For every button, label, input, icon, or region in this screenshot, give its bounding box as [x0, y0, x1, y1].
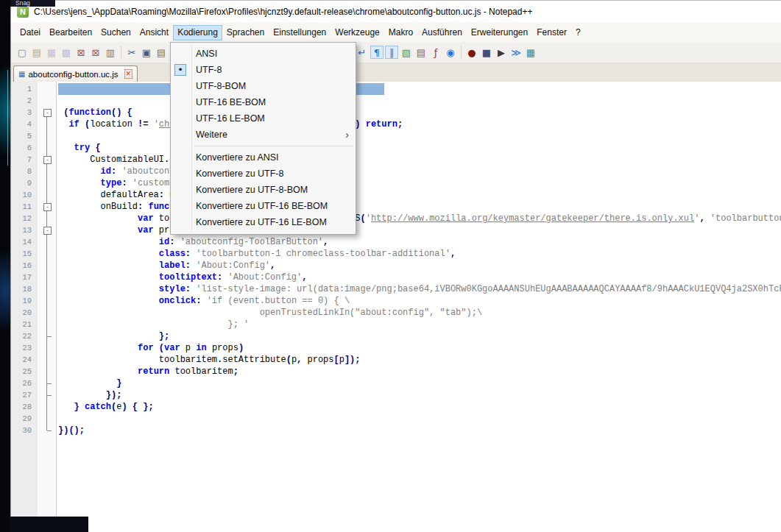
encoding-menu-item-konvertiere-zu-utf-16-be-bom[interactable]: Konvertiere zu UTF-16 BE-BOM [171, 198, 356, 214]
fold-toggle-icon[interactable]: - [43, 203, 52, 211]
encoding-menu-item-weitere[interactable]: Weitere› [171, 127, 356, 143]
fold-toggle-icon[interactable]: - [43, 156, 52, 164]
line-number[interactable]: 30 [11, 425, 38, 436]
line-number[interactable]: 20 [11, 307, 38, 319]
macro-run-multiple-button[interactable]: ≫ [509, 46, 523, 59]
fold-toggle-icon[interactable]: - [43, 109, 52, 117]
code-line-23[interactable]: 23 for (var p in props) [11, 342, 781, 354]
macro-play-button[interactable]: ▶ [495, 46, 508, 59]
line-number[interactable]: 10 [11, 189, 38, 201]
menubar-item-item[interactable]: ? [571, 25, 585, 40]
menubar-item-fenster[interactable]: Fenster [532, 25, 571, 40]
macro-save-button[interactable]: ▦ [524, 46, 537, 59]
line-number[interactable]: 15 [11, 248, 38, 260]
encoding-menu-item-utf-16-be-bom[interactable]: UTF-16 BE-BOM [171, 94, 356, 110]
line-number[interactable]: 29 [11, 413, 38, 425]
encoding-menu-item-konvertiere-zu-utf-16-le-bom[interactable]: Konvertiere zu UTF-16 LE-BOM [171, 214, 356, 230]
code-line-10[interactable]: 10 defaultArea: CustomizableUI.AREA_NAVB… [11, 189, 781, 201]
menubar-item-ansicht[interactable]: Ansicht [135, 25, 173, 40]
cut-button[interactable]: ✂ [125, 46, 138, 59]
code-line-12[interactable]: 12 var toolbaritem = document.createElem… [11, 213, 781, 224]
tab-close-icon[interactable]: ✕ [124, 69, 133, 79]
code-line-24[interactable]: 24 toolbaritem.setAttribute(p, props[p])… [11, 354, 781, 366]
line-number[interactable]: 5 [11, 130, 38, 142]
menubar-item-makro[interactable]: Makro [384, 25, 417, 40]
close-all-button[interactable]: ⊠ [89, 46, 102, 59]
menubar-item-ausf-hren[interactable]: Ausführen [417, 25, 467, 40]
code-line-11[interactable]: 11 onBuild: function(doc) { [11, 201, 781, 213]
line-number[interactable]: 27 [11, 389, 38, 401]
code-line-8[interactable]: 8 id: 'aboutconfig-button', [11, 166, 781, 177]
function-list-button[interactable]: ƒ [429, 46, 442, 59]
line-number[interactable]: 1 [11, 83, 38, 95]
line-number[interactable]: 3 [11, 107, 38, 118]
encoding-menu-item-ansi[interactable]: ANSI [171, 46, 356, 62]
open-file-button[interactable]: ▤ [30, 46, 43, 59]
new-file-button[interactable]: ▢ [15, 46, 29, 59]
monitoring-button[interactable]: ◉ [444, 46, 457, 59]
code-line-30[interactable]: 30})(); [11, 425, 781, 436]
code-line-29[interactable]: 29 [11, 413, 781, 425]
line-number[interactable]: 11 [11, 201, 38, 213]
encoding-menu-item-konvertiere-zu-utf-8[interactable]: Konvertiere zu UTF-8 [171, 166, 356, 182]
code-line-16[interactable]: 16 label: 'About:Config', [11, 260, 781, 272]
code-line-26[interactable]: 26 } [11, 377, 781, 389]
code-line-25[interactable]: 25 return toolbaritem; [11, 366, 781, 377]
code-line-7[interactable]: 7 CustomizableUI.createWidget({ [11, 154, 781, 166]
show-all-characters-button[interactable]: ¶ [370, 46, 384, 59]
macro-record-button[interactable]: ● [465, 46, 478, 59]
save-file-button[interactable]: ▦ [45, 46, 58, 59]
document-list-button[interactable]: ▤ [414, 46, 428, 59]
code-line-14[interactable]: 14 id: 'aboutconfig-ToolBarButton', [11, 236, 781, 248]
save-all-button[interactable]: ▩ [60, 46, 73, 59]
code-line-4[interactable]: 4 if (location != 'chrome://browser/cont… [11, 118, 781, 130]
line-number[interactable]: 6 [11, 142, 38, 154]
code-line-28[interactable]: 28 } catch(e) { }; [11, 401, 781, 413]
line-number[interactable]: 14 [11, 236, 38, 248]
line-number[interactable]: 23 [11, 342, 38, 354]
code-line-2[interactable]: 2 [11, 95, 781, 107]
line-number[interactable]: 28 [11, 401, 38, 413]
line-number[interactable]: 26 [11, 377, 38, 389]
line-number[interactable]: 9 [11, 177, 38, 189]
menubar-item-kodierung[interactable]: Kodierung [173, 25, 222, 40]
paste-button[interactable]: ▤ [155, 46, 168, 59]
code-line-22[interactable]: 22 }; [11, 330, 781, 342]
indent-guide-button[interactable]: ∥ [385, 46, 398, 59]
line-number[interactable]: 24 [11, 354, 38, 366]
line-number[interactable]: 4 [11, 118, 38, 130]
line-number[interactable]: 18 [11, 283, 38, 295]
close-file-button[interactable]: ⊠ [74, 46, 88, 59]
encoding-menu-item-utf-8-bom[interactable]: UTF-8-BOM [171, 78, 356, 94]
code-line-19[interactable]: 19 onclick: 'if (event.button == 0) { \ [11, 295, 781, 307]
line-number[interactable]: 13 [11, 224, 38, 236]
line-number[interactable]: 12 [11, 213, 38, 224]
line-number[interactable]: 19 [11, 295, 38, 307]
code-line-27[interactable]: 27 }); [11, 389, 781, 401]
code-line-21[interactable]: 21 }; ' [11, 319, 781, 330]
line-number[interactable]: 7 [11, 154, 38, 166]
menubar-item-erweiterungen[interactable]: Erweiterungen [467, 25, 532, 40]
code-line-6[interactable]: 6 try { [11, 142, 781, 154]
editor-area[interactable]: 1 // aboutconfig-butt23 (function() {4 i… [11, 82, 781, 532]
code-line-18[interactable]: 18 style: 'list-style-image: url(data:im… [11, 283, 781, 295]
fold-toggle-icon[interactable]: - [43, 227, 52, 235]
line-number[interactable]: 22 [11, 330, 38, 342]
document-map-button[interactable]: ▧ [400, 46, 413, 59]
word-wrap-button[interactable]: ↵ [356, 46, 369, 59]
menubar-item-suchen[interactable]: Suchen [96, 25, 135, 40]
macro-stop-button[interactable]: ■ [480, 46, 493, 59]
code-line-20[interactable]: 20 openTrustedLinkIn("about:config", "ta… [11, 307, 781, 319]
line-number[interactable]: 2 [11, 95, 38, 107]
encoding-menu-item-utf-16-le-bom[interactable]: UTF-16 LE-BOM [171, 110, 356, 127]
menubar-item-werkzeuge[interactable]: Werkzeuge [331, 25, 384, 40]
copy-button[interactable]: ▣ [140, 46, 153, 59]
code-line-15[interactable]: 15 class: 'toolbarbutton-1 chromeclass-t… [11, 248, 781, 260]
print-button[interactable]: ▥ [104, 46, 117, 59]
code-line-17[interactable]: 17 tooltiptext: 'About:Config', [11, 272, 781, 283]
line-number[interactable]: 16 [11, 260, 38, 272]
line-number[interactable]: 21 [11, 319, 38, 330]
code-line-3[interactable]: 3 (function() { [11, 107, 781, 118]
menubar-item-bearbeiten[interactable]: Bearbeiten [45, 25, 96, 40]
menubar-item-sprachen[interactable]: Sprachen [222, 25, 269, 40]
